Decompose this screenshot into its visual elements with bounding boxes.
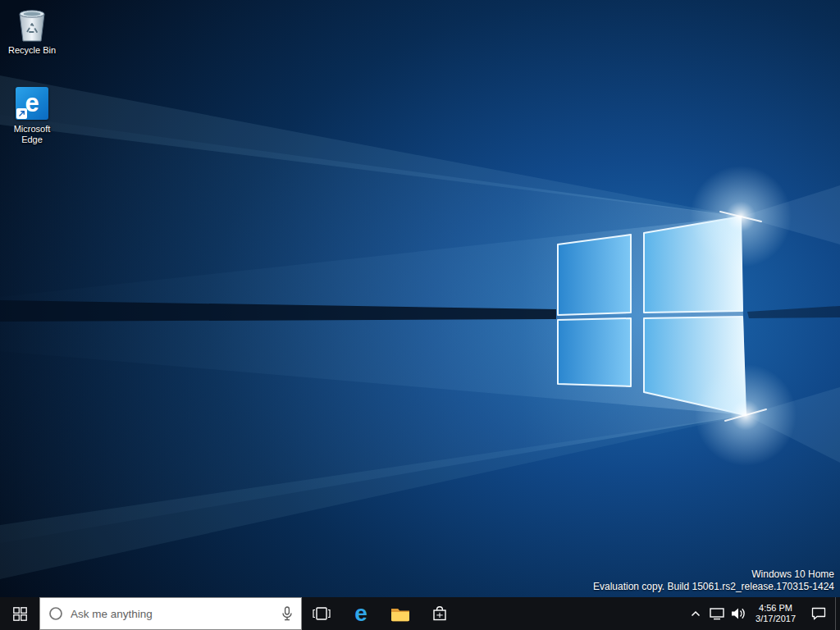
- network-icon: [710, 608, 724, 620]
- clock-date: 3/17/2017: [756, 614, 796, 624]
- speaker-icon: [731, 607, 746, 620]
- search-input[interactable]: [71, 608, 274, 620]
- windows-desktop: Recycle Bin e Microsoft Edge Windows 10 …: [0, 0, 840, 630]
- watermark-build: Evaluation copy. Build 15061.rs2_release…: [593, 581, 834, 593]
- microphone-icon[interactable]: [281, 606, 293, 621]
- chevron-up-icon: [691, 610, 701, 617]
- cortana-circle-icon: [48, 606, 63, 621]
- shopping-bag-icon: [431, 605, 448, 622]
- cortana-search-box[interactable]: [39, 597, 302, 630]
- evaluation-watermark: Windows 10 Home Evaluation copy. Build 1…: [593, 568, 834, 593]
- action-center-icon: [811, 607, 826, 620]
- edge-e-icon: e: [354, 602, 368, 625]
- start-button[interactable]: [0, 597, 39, 630]
- taskbar-edge-button[interactable]: e: [341, 597, 381, 630]
- windows-logo-icon: [13, 607, 27, 621]
- task-view-button[interactable]: [302, 597, 341, 630]
- system-tray: 4:56 PM 3/17/2017: [685, 597, 840, 630]
- shortcut-arrow-icon: [16, 108, 27, 119]
- desktop-icon-microsoft-edge[interactable]: e Microsoft Edge: [0, 85, 64, 145]
- clock-time: 4:56 PM: [759, 603, 792, 614]
- show-desktop-button[interactable]: [835, 597, 840, 630]
- taskbar-file-explorer-button[interactable]: [381, 597, 420, 630]
- action-center-button[interactable]: [802, 597, 835, 630]
- volume-tray-button[interactable]: [728, 597, 749, 630]
- taskbar: e: [0, 597, 840, 630]
- watermark-edition: Windows 10 Home: [593, 568, 834, 581]
- desktop-wallpaper: [0, 0, 840, 630]
- taskbar-clock[interactable]: 4:56 PM 3/17/2017: [749, 597, 802, 630]
- desktop-icon-recycle-bin[interactable]: Recycle Bin: [0, 7, 64, 56]
- edge-icon: e: [15, 85, 49, 121]
- network-tray-button[interactable]: [706, 597, 728, 630]
- desktop-icon-label: Microsoft Edge: [2, 124, 62, 145]
- show-hidden-icons-button[interactable]: [685, 597, 706, 630]
- desktop-icon-label: Recycle Bin: [8, 45, 56, 56]
- recycle-bin-icon: [15, 7, 49, 43]
- task-view-icon: [313, 607, 331, 620]
- folder-icon: [390, 606, 410, 622]
- taskbar-store-button[interactable]: [420, 597, 459, 630]
